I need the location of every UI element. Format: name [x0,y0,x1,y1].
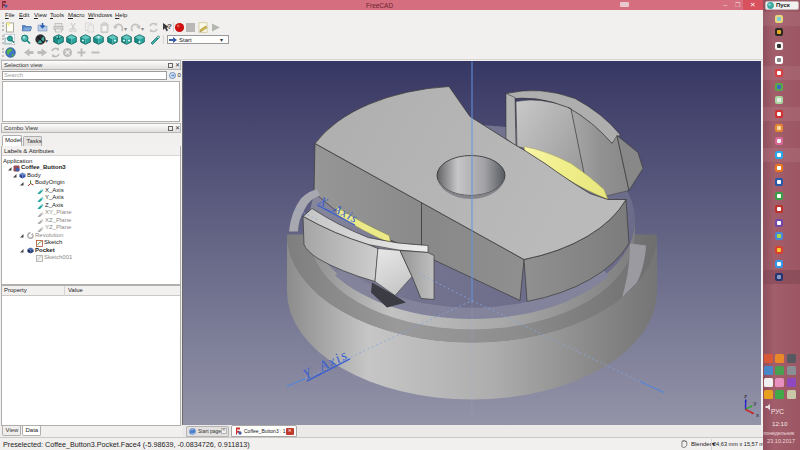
svg-text:?: ? [167,22,172,31]
svg-text:x: x [756,411,759,417]
svg-text:y: y [754,399,757,405]
svg-text:z: z [744,392,747,398]
